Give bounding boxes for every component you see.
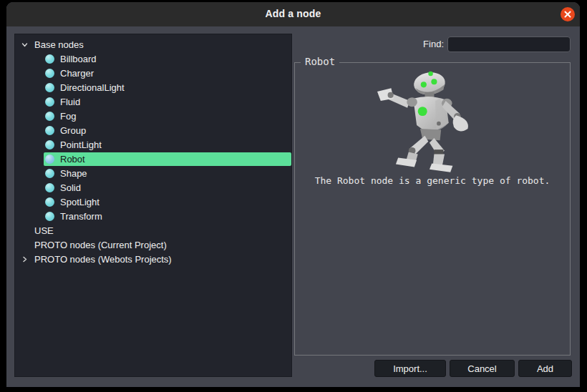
tree-item-label: Shape — [60, 168, 87, 179]
node-preview-groupbox: Robot — [294, 62, 571, 356]
tree-item-body-billboard[interactable]: Billboard — [44, 52, 291, 66]
tree-item-body-spotlight[interactable]: SpotLight — [44, 195, 291, 209]
add-button[interactable]: Add — [518, 360, 572, 377]
tree-item-fog[interactable]: Fog — [15, 109, 291, 123]
tree-item-label: DirectionalLight — [60, 82, 125, 93]
tree-item-base-nodes[interactable]: Base nodes — [15, 37, 291, 52]
close-button[interactable] — [561, 7, 575, 21]
node-sphere-icon — [45, 212, 54, 221]
node-sphere-icon — [45, 112, 54, 121]
tree-item-label: Transform — [60, 211, 102, 222]
preview-group-title: Robot — [301, 56, 339, 67]
tree-item-use[interactable]: USE — [15, 223, 291, 237]
find-input[interactable] — [447, 36, 571, 52]
close-icon — [564, 11, 571, 18]
tree-item-label: Fluid — [60, 97, 80, 107]
tree-item-body-transform[interactable]: Transform — [44, 210, 291, 223]
tree-item-body-solid[interactable]: Solid — [44, 181, 291, 195]
tree-item-label: USE — [34, 225, 54, 236]
tree-item-proto-nodes-webots-projects[interactable]: PROTO nodes (Webots Projects) — [15, 252, 291, 266]
tree-item-label: Robot — [60, 154, 85, 165]
tree-item-body-group[interactable]: Group — [44, 124, 291, 137]
dialog-titlebar: Add a node — [6, 2, 580, 26]
node-sphere-icon — [45, 169, 54, 178]
node-sphere-icon — [45, 126, 54, 135]
tree-item-label: PROTO nodes (Webots Projects) — [34, 254, 172, 265]
node-description: The Robot node is a generic type of robo… — [295, 175, 570, 186]
node-sphere-icon — [45, 69, 54, 78]
dialog-title: Add a node — [6, 8, 580, 19]
tree-item-proto-nodes-current-project[interactable]: PROTO nodes (Current Project) — [15, 237, 291, 252]
node-sphere-icon — [45, 54, 54, 64]
tree-item-body-directionallight[interactable]: DirectionalLight — [44, 81, 291, 94]
tree-item-label: PROTO nodes (Current Project) — [34, 240, 167, 250]
import-button[interactable]: Import... — [374, 360, 446, 377]
tree-item-body-shape[interactable]: Shape — [44, 167, 291, 180]
tree-item-label: SpotLight — [60, 197, 100, 207]
tree-item-body-robot[interactable]: Robot — [44, 152, 291, 166]
robot-preview-image — [295, 67, 570, 175]
tree-item-body-use[interactable]: USE — [33, 224, 291, 237]
tree-item-body-fluid[interactable]: Fluid — [44, 95, 291, 109]
tree-item-robot[interactable]: Robot — [15, 152, 291, 166]
chevron-down-icon[interactable] — [20, 40, 29, 49]
tree-item-body-proto-nodes-webots-projects[interactable]: PROTO nodes (Webots Projects) — [33, 253, 291, 266]
tree-item-label: Fog — [60, 111, 76, 122]
tree-item-group[interactable]: Group — [15, 123, 291, 137]
tree-item-label: Solid — [60, 182, 81, 193]
tree-item-body-charger[interactable]: Charger — [44, 67, 291, 80]
add-node-dialog: Add a node Base nodesBillboardChargerDir… — [6, 2, 580, 387]
node-tree: Base nodesBillboardChargerDirectionalLig… — [14, 34, 292, 377]
tree-item-spotlight[interactable]: SpotLight — [15, 195, 291, 209]
tree-item-body-proto-nodes-current-project[interactable]: PROTO nodes (Current Project) — [33, 238, 291, 252]
tree-item-solid[interactable]: Solid — [15, 180, 291, 195]
cancel-button[interactable]: Cancel — [450, 360, 515, 377]
tree-item-label: Charger — [60, 68, 94, 79]
node-sphere-icon — [45, 140, 54, 150]
tree-item-label: Group — [60, 125, 86, 136]
tree-item-body-pointlight[interactable]: PointLight — [44, 138, 291, 152]
node-sphere-icon — [45, 183, 54, 192]
chevron-right-icon[interactable] — [20, 255, 29, 263]
tree-item-label: Base nodes — [34, 39, 84, 50]
tree-item-body-fog[interactable]: Fog — [44, 109, 291, 123]
robot-3d-icon — [357, 67, 508, 175]
tree-item-label: Billboard — [60, 54, 97, 64]
tree-item-directionallight[interactable]: DirectionalLight — [15, 80, 291, 94]
tree-item-transform[interactable]: Transform — [15, 209, 291, 223]
tree-item-label: PointLight — [60, 139, 102, 150]
tree-item-billboard[interactable]: Billboard — [15, 52, 291, 66]
tree-item-body-base-nodes[interactable]: Base nodes — [33, 38, 291, 52]
node-sphere-icon — [45, 197, 54, 207]
node-sphere-icon — [45, 83, 54, 92]
tree-item-charger[interactable]: Charger — [15, 66, 291, 80]
node-sphere-icon — [45, 155, 54, 164]
find-label: Find: — [364, 39, 444, 49]
tree-item-pointlight[interactable]: PointLight — [15, 137, 291, 152]
tree-item-fluid[interactable]: Fluid — [15, 94, 291, 109]
node-sphere-icon — [45, 97, 54, 107]
tree-item-shape[interactable]: Shape — [15, 166, 291, 180]
